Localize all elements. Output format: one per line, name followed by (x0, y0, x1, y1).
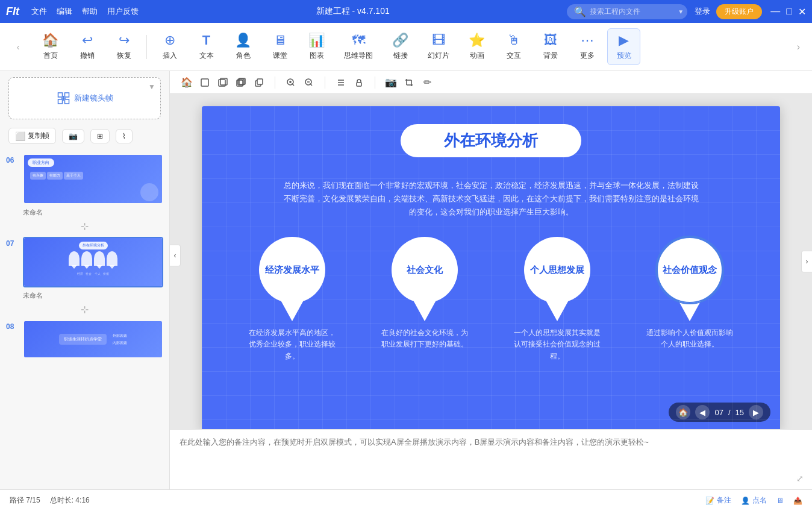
slide07-title-label: 外在环境分析 (79, 242, 108, 249)
preview-label: 预览 (617, 51, 631, 61)
sidebar-toggle-button[interactable]: ‹ (170, 245, 181, 266)
toolbar-character[interactable]: 👤 角色 (226, 29, 260, 64)
right-sidebar-toggle[interactable]: › (801, 251, 812, 272)
search-bar[interactable]: 🔍 ▼ (567, 4, 687, 19)
toolbar-chart[interactable]: 📊 图表 (300, 29, 333, 64)
canvas-align-icon[interactable] (333, 74, 349, 91)
slide-thumb-08[interactable]: 职场生涯转折点学堂 外部因素 内部因素 (23, 320, 163, 359)
animation-icon: ⭐ (469, 33, 485, 48)
slide-canvas[interactable]: 外在环境分析 总的来说，我们现在面临一个非常好的宏观环境，社会安定，政治稳定，经… (202, 106, 780, 429)
toolbar-interact[interactable]: 🖱 交互 (497, 29, 530, 64)
pin-shape-2: 社会文化 (389, 237, 461, 321)
camera-button[interactable]: 📷 (62, 129, 84, 143)
toolbar-right-arrow[interactable]: › (797, 42, 800, 52)
canvas-crop-icon[interactable] (401, 74, 417, 91)
notes-input[interactable] (180, 437, 802, 479)
menu-feedback[interactable]: 用户反馈 (107, 6, 139, 17)
class-label: 课堂 (273, 51, 287, 61)
canvas-tool-sep-3 (375, 77, 375, 89)
separator-icon-1[interactable]: ⊹ (81, 221, 89, 232)
menu-help[interactable]: 帮助 (82, 6, 98, 17)
slide-number-06: 06 (6, 154, 18, 165)
expand-arrow-icon[interactable]: ▼ (148, 83, 155, 91)
canvas-tool-sep-1 (275, 77, 275, 89)
search-dropdown-icon[interactable]: ▼ (678, 8, 684, 15)
slide-icon: 🎞 (432, 33, 445, 48)
slide-label-07: 未命名 (0, 290, 169, 301)
screen-button[interactable]: 🖥 (776, 497, 784, 505)
slide-item-08[interactable]: 08 职场生涯转折点学堂 外部因素 内部因素 (0, 318, 169, 361)
svg-rect-1 (64, 93, 69, 97)
status-bar: 路径 7/15 总时长: 4:16 📝 备注 👤 点名 🖥 📤 (0, 489, 812, 511)
insert-icon: ⊕ (164, 33, 175, 48)
close-button[interactable]: ✕ (798, 6, 806, 17)
pin-desc-4: 通过影响个人价值观而影响个人的职业选择。 (645, 327, 735, 350)
slide-thumb-06[interactable]: 职业方向 有兴趣 有能力 基于个人 (23, 154, 163, 204)
bg-icon: 🖼 (544, 33, 557, 48)
login-button[interactable]: 登录 (695, 6, 710, 17)
toolbar-back-arrow[interactable]: ‹ (12, 41, 24, 53)
insert-label: 插入 (163, 51, 177, 61)
toolbar-redo[interactable]: ↪ 恢复 (107, 29, 140, 64)
pin-circle-2: 社会文化 (392, 237, 458, 303)
canvas-zoom-in-icon[interactable] (283, 74, 299, 91)
toolbar-mindmap[interactable]: 🗺 思维导图 (337, 29, 380, 64)
toolbar-bg[interactable]: 🖼 背景 (534, 29, 567, 64)
toolbar-home[interactable]: 🏠 首页 (34, 29, 67, 64)
slide-number-08: 08 (6, 320, 18, 331)
toolbar-animation[interactable]: ⭐ 动画 (460, 29, 493, 64)
more-icon: ⋯ (581, 33, 594, 48)
canvas-edit-icon[interactable]: ✏ (419, 74, 436, 91)
toolbar-link[interactable]: 🔗 链接 (384, 29, 417, 64)
canvas-layer3-icon[interactable] (233, 74, 249, 91)
pin-label-3: 个人思想发展 (530, 265, 584, 276)
notes-expand-icon[interactable]: ⤢ (796, 474, 804, 483)
add-frame-button[interactable]: 新建镜头帧 ▼ (8, 77, 161, 119)
toolbar-class[interactable]: 🖥 课堂 (263, 29, 296, 64)
status-path: 路径 7/15 (10, 495, 40, 506)
pin-circle-3: 个人思想发展 (524, 237, 590, 303)
share-button[interactable]: 📤 (793, 497, 802, 505)
upgrade-button[interactable]: 升级账户 (716, 4, 762, 19)
search-input[interactable] (590, 7, 674, 16)
slide-list: 06 职业方向 有兴趣 有能力 基于个人 (0, 148, 169, 489)
pin-item-3[interactable]: 个人思想发展 一个人的思想发展其实就是认可接受社会价值观念的过程。 (499, 237, 616, 362)
mindmap-icon: 🗺 (352, 33, 365, 48)
window-controls: — □ ✕ (770, 6, 806, 17)
maximize-button[interactable]: □ (786, 6, 792, 17)
slide-panel: 新建镜头帧 ▼ ⬜ 复制帧 📷 ⊞ ⌇ 06 (0, 71, 170, 489)
roll-call-button[interactable]: 👤 点名 (741, 495, 767, 506)
pin-item-2[interactable]: 社会文化 在良好的社会文化环境，为职业发展打下更好的基础。 (366, 237, 483, 350)
canvas-bring-front-icon[interactable] (251, 74, 267, 91)
toolbar-more[interactable]: ⋯ 更多 (570, 29, 604, 64)
pin-circle-4: 社会价值观念 (657, 237, 723, 303)
menu-file[interactable]: 文件 (31, 6, 47, 17)
toolbar-text[interactable]: T 文本 (190, 29, 223, 64)
mask-button[interactable]: ⌇ (116, 129, 133, 143)
slide06-title-label: 职业方向 (28, 158, 54, 167)
resize-button[interactable]: ⊞ (90, 129, 110, 143)
toolbar-slide[interactable]: 🎞 幻灯片 (420, 29, 457, 64)
canvas-lock-icon[interactable] (351, 74, 367, 91)
pin-item-4[interactable]: 社会价值观念 通过影响个人价值观而影响个人的职业选择。 (631, 237, 748, 350)
canvas-layer1-icon[interactable] (196, 74, 213, 91)
slide-item-07[interactable]: 07 外在环境分析 经济 社会 个人 价值 (0, 234, 169, 290)
redo-icon: ↪ (119, 33, 130, 48)
canvas-screenshot-icon[interactable]: 📷 (383, 74, 399, 91)
slide07-labels: 经济 社会 个人 价值 (77, 272, 109, 275)
pin-item-1[interactable]: 经济发展水平 在经济发展水平高的地区，优秀企业较多，职业选择较多。 (234, 237, 351, 362)
canvas-home-icon[interactable]: 🏠 (178, 74, 195, 91)
toolbar-undo[interactable]: ↩ 撤销 (70, 29, 104, 64)
canvas-layer2-icon[interactable] (214, 74, 231, 91)
toolbar-preview[interactable]: ▶ 预览 (607, 28, 640, 65)
copy-frame-button[interactable]: ⬜ 复制帧 (8, 128, 56, 144)
canvas-zoom-out-icon[interactable] (301, 74, 317, 91)
toolbar-insert[interactable]: ⊕ 插入 (153, 29, 186, 64)
separator-icon-2[interactable]: ⊹ (81, 304, 89, 315)
bg-label: 背景 (543, 51, 558, 61)
minimize-button[interactable]: — (770, 6, 780, 17)
slide-item-06[interactable]: 06 职业方向 有兴趣 有能力 基于个人 (0, 151, 169, 207)
menu-edit[interactable]: 编辑 (57, 6, 72, 17)
notes-button[interactable]: 📝 备注 (705, 495, 731, 506)
slide-thumb-07[interactable]: 外在环境分析 经济 社会 个人 价值 (23, 237, 163, 287)
